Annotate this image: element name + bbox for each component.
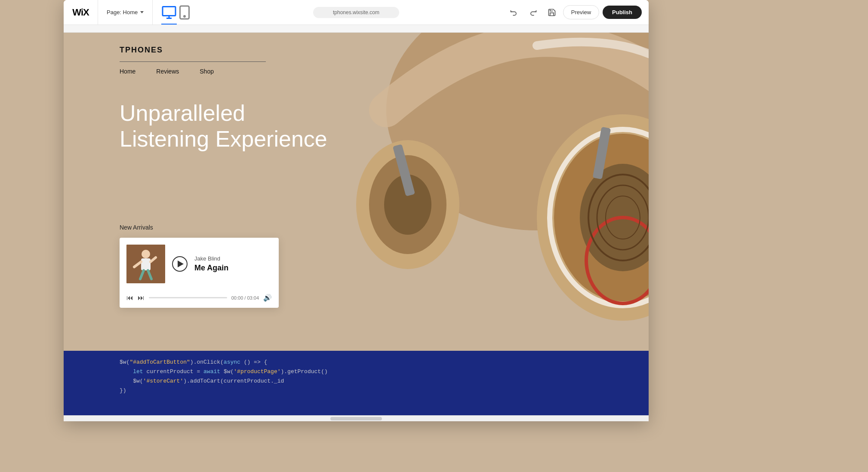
redo-icon [529,8,537,17]
rewind-button[interactable]: ⏮ [126,294,133,302]
music-player: Jake Blind Me Again ⏮ ⏭ 00:00 / [120,238,279,308]
scrollbar-thumb[interactable] [330,417,382,420]
svg-rect-22 [141,258,151,270]
site-header: TPHONES Home Reviews Shop [64,33,649,75]
desktop-icon [161,5,177,20]
url-bar-container: tphones.wixsite.com [313,7,399,18]
time-total: 03:04 [247,295,259,300]
nav-home[interactable]: Home [120,68,135,75]
play-button[interactable] [172,256,188,272]
canvas: TPHONES Home Reviews Shop Unparalleled L… [64,33,649,415]
site-nav: Home Reviews Shop [120,68,649,75]
code-line-1: $w("#addToCartButton").onClick(async () … [120,358,593,367]
save-button[interactable] [544,5,560,20]
hero-title-line1: Unparalleled [120,101,245,126]
mobile-icon [177,5,192,20]
device-switcher [153,0,201,25]
new-arrivals-label: New Arrivals [120,224,279,231]
wix-logo[interactable]: WiX [64,0,98,25]
site-brand: TPHONES [120,46,649,55]
preview-button[interactable]: Preview [563,5,599,19]
code-line-2: let currentProduct = await $w('#productP… [120,367,593,377]
svg-point-4 [184,15,185,17]
ruler-marks [64,25,649,32]
svg-rect-0 [163,6,175,15]
album-art [126,245,165,283]
publish-button[interactable]: Publish [603,6,642,19]
player-top: Jake Blind Me Again [120,238,279,290]
site-preview: TPHONES Home Reviews Shop Unparalleled L… [64,33,649,415]
brand-line [120,61,266,62]
browser-window: WiX Page: Home [64,0,649,421]
url-bar[interactable]: tphones.wixsite.com [313,7,399,18]
mobile-device-button[interactable] [177,5,192,20]
undo-icon [510,8,518,17]
player-controls: ⏮ ⏭ 00:00 / 03:04 🔊 [120,290,279,308]
progress-bar[interactable] [149,297,227,298]
time-display: 00:00 / 03:04 [231,295,259,300]
code-line-3: $w('#storeCart').addToCart(currentProduc… [120,377,593,386]
track-title: Me Again [194,264,272,273]
wix-logo-text: WiX [72,7,89,18]
save-icon [548,8,556,17]
desktop-device-button[interactable] [161,5,177,20]
album-art-svg [126,245,165,283]
code-line-4: }) [120,386,593,395]
bottom-bar [64,415,649,421]
hero-content: Unparalleled Listening Experience [64,75,649,152]
page-selector-label: Page: Home [107,9,138,15]
toolbar: WiX Page: Home [64,0,649,25]
chevron-down-icon [140,11,144,13]
time-current: 00:00 [231,295,243,300]
ruler [64,25,649,33]
nav-shop[interactable]: Shop [200,68,214,75]
nav-reviews[interactable]: Reviews [156,68,179,75]
undo-button[interactable] [506,5,522,20]
hero-title: Unparalleled Listening Experience [120,101,335,152]
toolbar-actions: Preview Publish [506,0,649,25]
code-panel: $w("#addToCartButton").onClick(async () … [64,351,649,415]
redo-button[interactable] [525,5,541,20]
hero-title-line2: Listening Experience [120,126,327,151]
page-selector[interactable]: Page: Home [98,0,153,25]
new-arrivals: New Arrivals [120,224,279,308]
track-info: Jake Blind Me Again [194,255,272,273]
fast-forward-button[interactable]: ⏭ [138,294,145,302]
volume-button[interactable]: 🔊 [263,294,272,302]
svg-point-21 [142,250,150,258]
track-artist: Jake Blind [194,255,272,262]
play-icon [178,261,184,267]
